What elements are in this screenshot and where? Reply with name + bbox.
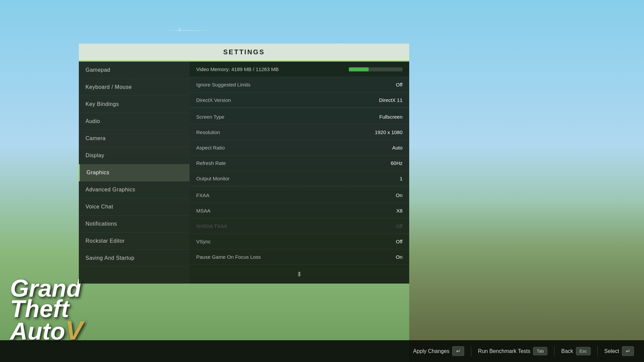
sidebar-item-advanced-graphics[interactable]: Advanced Graphics [79,181,190,198]
settings-sidebar: Gamepad Keyboard / Mouse Key Bindings Au… [79,62,190,284]
select-button[interactable]: Select ↵ [604,346,634,356]
benchmark-key: Tab [533,347,547,355]
setting-aspect-ratio[interactable]: Aspect Ratio Auto [190,140,409,156]
setting-nvidia-txaa[interactable]: NVIDIA TXAA Off [190,219,409,234]
settings-panel: SETTINGS Gamepad Keyboard / Mouse Key Bi… [79,44,409,284]
bottom-bar: Apply Changes ↵ Run Benchmark Tests Tab … [0,340,644,362]
setting-directx-version[interactable]: DirectX Version DirectX 11 [190,93,409,108]
sidebar-item-gamepad[interactable]: Gamepad [79,62,190,79]
settings-title: SETTINGS [223,48,265,56]
setting-refresh-rate[interactable]: Refresh Rate 60Hz [190,156,409,171]
setting-vsync[interactable]: VSync Off [190,234,409,249]
setting-pause-game[interactable]: Pause Game On Focus Loss On [190,249,409,265]
run-benchmark-label: Run Benchmark Tests [478,348,530,354]
apply-changes-label: Apply Changes [413,348,450,354]
sidebar-item-audio[interactable]: Audio [79,113,190,130]
sidebar-item-notifications[interactable]: Notifications [79,216,190,233]
background-buildings [409,161,644,362]
back-label: Back [561,348,573,354]
divider-3 [597,346,598,356]
setting-ignore-suggested[interactable]: Ignore Suggested Limits Off [190,77,409,93]
setting-output-monitor[interactable]: Output Monitor 1 [190,171,409,186]
sidebar-item-camera[interactable]: Camera [79,130,190,147]
select-label: Select [604,348,619,354]
settings-body: Gamepad Keyboard / Mouse Key Bindings Au… [79,62,409,284]
memory-bar-fill [349,67,369,71]
settings-content: Video Memory: 4189 MB / 11263 MB Ignore … [190,62,409,284]
sidebar-item-rockstar-editor[interactable]: Rockstar Editor [79,233,190,250]
memory-bar-container [349,67,402,71]
scroll-indicator: ⬍ [190,265,409,284]
setting-resolution[interactable]: Resolution 644 x 362 [190,125,409,140]
gta-logo: GrandTheftAutoV [10,278,83,342]
sidebar-item-display[interactable]: Display [79,147,190,164]
run-benchmark-button[interactable]: Run Benchmark Tests Tab [478,347,547,355]
divider-1 [471,346,471,356]
apply-changes-button[interactable]: Apply Changes ↵ [413,346,465,356]
sidebar-item-graphics[interactable]: Graphics [79,164,190,181]
sidebar-item-saving-startup[interactable]: Saving And Startup [79,250,190,267]
airplane: ✈ [178,27,182,32]
setting-fxaa[interactable]: FXAA On [190,188,409,203]
apply-changes-key: ↵ [452,346,464,356]
video-memory-label: Video Memory: 4189 MB / 11263 MB [196,66,279,72]
contrail [161,30,211,31]
divider-2 [554,346,554,356]
video-memory-row: Video Memory: 4189 MB / 11263 MB [190,62,409,77]
settings-title-bar: SETTINGS [79,44,409,62]
sidebar-item-voice-chat[interactable]: Voice Chat [79,198,190,216]
setting-msaa[interactable]: MSAA X8 [190,203,409,219]
sidebar-item-key-bindings[interactable]: Key Bindings [79,96,190,113]
select-key: ↵ [622,346,634,356]
back-key: Esc [576,347,591,355]
sidebar-item-keyboard-mouse[interactable]: Keyboard / Mouse [79,79,190,96]
back-button[interactable]: Back Esc [561,347,590,355]
setting-screen-type[interactable]: Screen Type Fullscreen [190,109,409,125]
